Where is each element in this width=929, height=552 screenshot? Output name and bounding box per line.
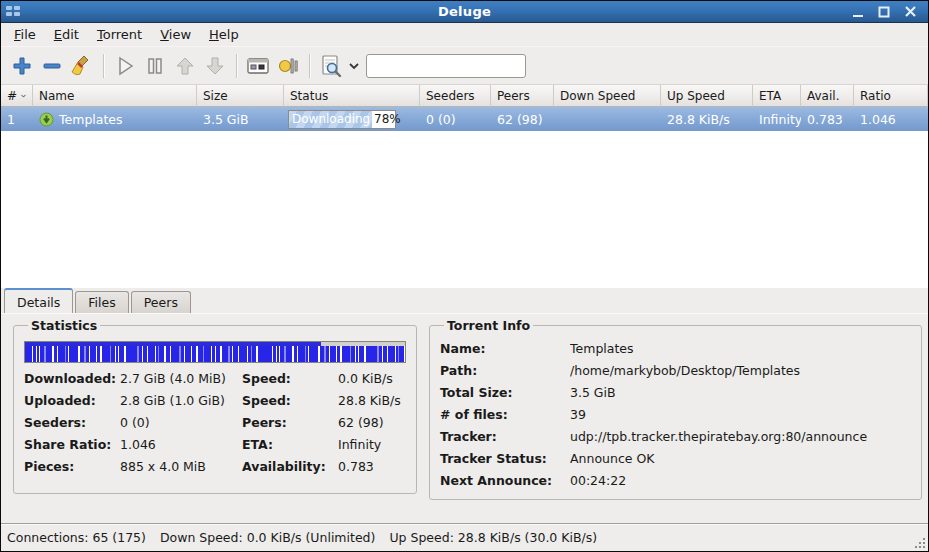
statistics-legend: Statistics xyxy=(28,318,100,333)
find-icon xyxy=(319,54,343,78)
column-header-avail[interactable]: Avail. xyxy=(801,85,854,107)
column-header-peers[interactable]: Peers xyxy=(491,85,554,107)
add-torrent-button[interactable] xyxy=(7,51,37,81)
column-header-eta[interactable]: ETA xyxy=(753,85,801,107)
tab-peers[interactable]: Peers xyxy=(131,291,191,313)
torrent-info-grid: Name: Templates Path: /home/markybob/Des… xyxy=(440,341,911,488)
column-header-num[interactable]: # xyxy=(1,85,33,107)
minimize-icon xyxy=(852,6,864,18)
cell-seeders: 0 (0) xyxy=(420,107,491,131)
maximize-icon xyxy=(878,6,890,18)
torrent-list-header: # Name Size Status Seeders Peers Down Sp… xyxy=(1,85,928,107)
info-label: Next Announce: xyxy=(440,473,570,488)
stat-label: Downloaded: xyxy=(24,371,120,386)
column-header-ratio[interactable]: Ratio xyxy=(854,85,928,107)
stat-value: Infinity xyxy=(338,437,406,452)
stat-value: 0.0 KiB/s xyxy=(338,371,406,386)
tab-details[interactable]: Details xyxy=(4,288,73,313)
cell-name: Templates xyxy=(33,107,197,131)
toolbar-separator xyxy=(309,54,310,78)
column-header-up-speed[interactable]: Up Speed xyxy=(661,85,753,107)
toolbar-separator xyxy=(236,54,237,78)
table-row[interactable]: 1 Templates 3.5 GiB Downloading 78% Down… xyxy=(1,107,928,131)
title-bar[interactable]: Deluge xyxy=(1,1,928,23)
torrent-list: # Name Size Status Seeders Peers Down Sp… xyxy=(1,85,928,288)
cell-up-speed: 28.8 KiB/s xyxy=(661,107,753,131)
queue-down-button[interactable] xyxy=(200,51,230,81)
connection-manager-button[interactable] xyxy=(273,51,303,81)
stat-value: 0.783 xyxy=(338,459,406,474)
remove-torrent-button[interactable] xyxy=(37,51,67,81)
info-value: 3.5 GiB xyxy=(570,385,911,400)
status-progress-bar: Downloading 78% Downloading 78% xyxy=(288,110,396,129)
statistics-frame: Statistics Downloaded: 2.7 GiB (4.0 MiB)… xyxy=(13,318,417,494)
stat-value: 2.8 GiB (1.0 GiB) xyxy=(120,393,242,408)
info-label: # of files: xyxy=(440,407,570,422)
stat-value: 2.7 GiB (4.0 MiB) xyxy=(120,371,242,386)
stat-label: Availability: xyxy=(242,459,338,474)
resize-grip[interactable] xyxy=(913,536,926,549)
info-value: /home/markybob/Desktop/Templates xyxy=(570,363,911,378)
chevron-down-icon xyxy=(348,62,360,70)
cell-ratio: 1.046 xyxy=(854,107,928,131)
toolbar xyxy=(1,47,928,85)
column-header-seeders[interactable]: Seeders xyxy=(420,85,491,107)
clear-finished-button[interactable] xyxy=(67,51,97,81)
stat-value: 0 (0) xyxy=(120,415,242,430)
preferences-icon xyxy=(246,55,270,77)
downloading-state-icon xyxy=(39,112,54,127)
maximize-button[interactable] xyxy=(874,4,894,20)
down-arrow-icon xyxy=(204,55,226,77)
stat-value: 885 x 4.0 MiB xyxy=(120,459,242,474)
plug-icon xyxy=(276,55,300,77)
details-panel: Statistics Downloaded: 2.7 GiB (4.0 MiB)… xyxy=(1,314,928,523)
info-value: Templates xyxy=(570,341,911,356)
menu-edit[interactable]: Edit xyxy=(45,24,88,45)
close-button[interactable] xyxy=(900,4,920,20)
column-header-down-speed[interactable]: Down Speed xyxy=(554,85,661,107)
queue-up-button[interactable] xyxy=(170,51,200,81)
torrent-info-frame: Torrent Info Name: Templates Path: /home… xyxy=(429,318,922,500)
stat-label: Pieces: xyxy=(24,459,120,474)
info-value: 00:24:22 xyxy=(570,473,911,488)
close-icon xyxy=(904,5,917,18)
stat-value: 62 (98) xyxy=(338,415,406,430)
minus-icon xyxy=(41,55,63,77)
info-label: Path: xyxy=(440,363,570,378)
info-label: Name: xyxy=(440,341,570,356)
pieces-stripes xyxy=(25,346,405,362)
window-title: Deluge xyxy=(1,4,928,19)
window-controls xyxy=(848,4,928,20)
column-header-name[interactable]: Name xyxy=(33,85,197,107)
tab-files[interactable]: Files xyxy=(75,291,128,313)
info-value: Announce OK xyxy=(570,451,911,466)
menu-torrent[interactable]: Torrent xyxy=(88,24,151,45)
toolbar-separator xyxy=(103,54,104,78)
filter-button[interactable] xyxy=(316,51,346,81)
preferences-button[interactable] xyxy=(243,51,273,81)
torrent-info-legend: Torrent Info xyxy=(444,318,533,333)
deluge-window: Deluge File Edit Torrent View Help xyxy=(0,0,929,552)
pause-icon xyxy=(144,55,166,77)
menu-help[interactable]: Help xyxy=(200,24,248,45)
stat-label: Share Ratio: xyxy=(24,437,120,452)
menu-bar: File Edit Torrent View Help xyxy=(1,23,928,47)
stat-value: 1.046 xyxy=(120,437,242,452)
progress-fill: Downloading 78% xyxy=(289,111,372,128)
cell-eta: Infinity xyxy=(753,107,801,131)
column-header-status[interactable]: Status xyxy=(284,85,420,107)
filter-dropdown-chevron[interactable] xyxy=(348,62,360,70)
resume-button[interactable] xyxy=(110,51,140,81)
minimize-button[interactable] xyxy=(848,4,868,20)
menu-view[interactable]: View xyxy=(151,24,200,45)
cell-avail: 0.783 xyxy=(801,107,854,131)
status-up-speed: Up Speed: 28.8 KiB/s (30.0 KiB/s) xyxy=(389,530,597,545)
menu-file[interactable]: File xyxy=(5,24,45,45)
column-header-size[interactable]: Size xyxy=(197,85,284,107)
plus-icon xyxy=(11,55,33,77)
stat-label: Peers: xyxy=(242,415,338,430)
pause-button[interactable] xyxy=(140,51,170,81)
status-bar: Connections: 65 (175) Down Speed: 0.0 Ki… xyxy=(1,523,928,551)
details-tab-bar: Details Files Peers xyxy=(1,288,928,314)
filter-input[interactable] xyxy=(366,54,526,78)
